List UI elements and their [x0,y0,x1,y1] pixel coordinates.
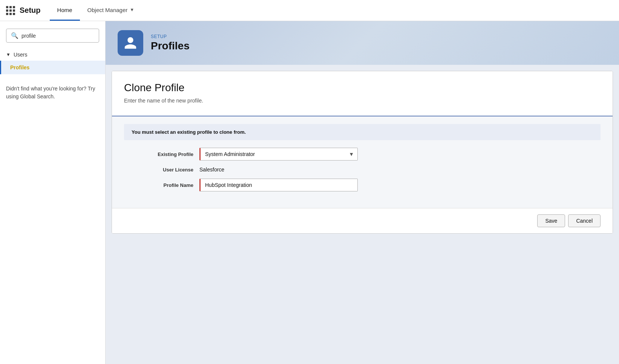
existing-profile-select[interactable]: System Administrator Standard User Read … [199,148,358,161]
search-input[interactable] [21,33,94,39]
sidebar-hint: Didn't find what you're looking for? Try… [0,76,105,110]
dots-grid-icon [6,6,15,15]
tab-object-manager[interactable]: Object Manager ▼ [80,0,142,21]
user-license-label: User License [124,167,199,173]
clone-profile-form: Clone Profile Enter the name of the new … [112,71,613,234]
setup-label: SETUP [151,34,190,39]
form-alert: You must select an existing profile to c… [124,124,601,140]
existing-profile-row: Existing Profile System Administrator St… [124,148,601,161]
page-header: SETUP Profiles [106,21,619,65]
profile-name-field[interactable] [199,179,358,191]
sidebar: 🔍 ▼ Users Profiles Didn't find what you'… [0,21,106,364]
page-title: Profiles [151,40,190,52]
search-icon: 🔍 [11,32,18,39]
existing-profile-field[interactable]: System Administrator Standard User Read … [199,148,358,161]
chevron-down-icon: ▼ [6,52,11,57]
profile-name-input[interactable] [199,179,358,191]
profile-name-label: Profile Name [124,182,199,188]
app-title: Setup [20,6,41,15]
form-title: Clone Profile [124,82,601,94]
form-footer: Save Cancel [112,208,613,233]
existing-profile-label: Existing Profile [124,151,199,157]
user-license-row: User License Salesforce [124,167,601,173]
chevron-down-icon: ▼ [130,7,134,12]
form-inner: You must select an existing profile to c… [112,116,613,208]
profile-name-row: Profile Name [124,179,601,191]
sidebar-item-profiles[interactable]: Profiles [0,61,105,74]
sidebar-group-users[interactable]: ▼ Users [0,49,105,61]
nav-tabs: Home Object Manager ▼ [50,0,142,21]
app-launcher[interactable]: Setup [6,6,41,15]
main-layout: 🔍 ▼ Users Profiles Didn't find what you'… [0,21,619,364]
user-license-field: Salesforce [199,167,358,173]
sidebar-section-users: ▼ Users Profiles [0,49,105,74]
save-button[interactable]: Save [537,214,565,227]
page-header-text: SETUP Profiles [151,34,190,52]
form-subtitle: Enter the name of the new profile. [124,98,601,104]
cancel-button[interactable]: Cancel [568,214,601,227]
search-box[interactable]: 🔍 [6,29,99,43]
content-area: SETUP Profiles Clone Profile Enter the n… [106,21,619,364]
top-navigation: Setup Home Object Manager ▼ [0,0,619,21]
user-license-value: Salesforce [199,167,224,173]
form-header: Clone Profile Enter the name of the new … [112,71,613,116]
tab-home[interactable]: Home [50,0,80,21]
profiles-icon [118,30,143,56]
